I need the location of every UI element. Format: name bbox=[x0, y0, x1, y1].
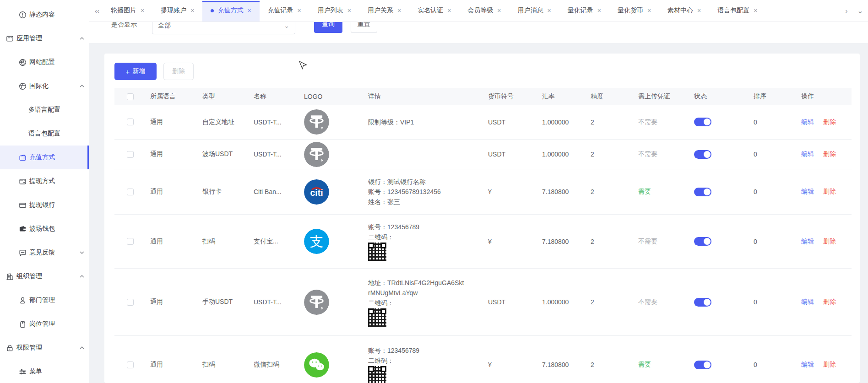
delete-link[interactable]: 删除 bbox=[823, 118, 836, 125]
edit-link[interactable]: 编辑 bbox=[801, 298, 814, 305]
table-row: 通用 扫码 微信扫码 账号：123456789 二维码： ¥ 7.180800 … bbox=[114, 336, 852, 383]
close-icon[interactable] bbox=[190, 7, 194, 14]
sidebar-item-perm-management[interactable]: 权限管理 bbox=[0, 336, 89, 360]
col-logo: LOGO bbox=[299, 93, 363, 100]
close-icon[interactable] bbox=[597, 7, 601, 14]
tab-user-list[interactable]: 用户列表 bbox=[309, 0, 359, 22]
status-toggle[interactable] bbox=[694, 237, 711, 246]
tab-member-level[interactable]: 会员等级 bbox=[459, 0, 509, 22]
comment-icon bbox=[18, 248, 27, 257]
edit-link[interactable]: 编辑 bbox=[801, 361, 814, 368]
close-icon[interactable] bbox=[447, 7, 451, 14]
bank-card-icon bbox=[18, 201, 27, 209]
status-toggle[interactable] bbox=[694, 118, 711, 126]
qr-code bbox=[368, 243, 386, 261]
active-tab-dot bbox=[211, 9, 214, 12]
chevron-down-icon bbox=[284, 22, 289, 29]
sidebar-item-i18n[interactable]: 国际化 bbox=[0, 74, 89, 98]
sidebar-item-recharge-method[interactable]: 充值方式 bbox=[0, 146, 89, 169]
tab-user-relation[interactable]: 用户关系 bbox=[359, 0, 409, 22]
visibility-select-value: 全部 bbox=[158, 22, 171, 30]
tab-recharge-method[interactable]: 充值方式 bbox=[202, 0, 259, 22]
filter-panel: 是否显示 全部 查询 重置 bbox=[89, 22, 868, 43]
tab-quant-record[interactable]: 量化记录 bbox=[559, 0, 609, 22]
sidebar-item-static-content[interactable]: 静态内容 bbox=[0, 3, 89, 27]
svg-text:支: 支 bbox=[310, 234, 324, 249]
row-checkbox[interactable] bbox=[127, 299, 134, 306]
row-checkbox[interactable] bbox=[127, 151, 134, 158]
close-icon[interactable] bbox=[647, 7, 651, 14]
edit-link[interactable]: 编辑 bbox=[801, 237, 814, 245]
sidebar-item-lang-pack-config[interactable]: 语言包配置 bbox=[0, 122, 89, 146]
status-toggle[interactable] bbox=[694, 188, 711, 196]
sidebar-item-withdraw-bank[interactable]: 提现银行 bbox=[0, 193, 89, 217]
close-icon[interactable] bbox=[298, 7, 301, 14]
close-icon[interactable] bbox=[754, 7, 757, 14]
close-icon[interactable] bbox=[397, 7, 401, 14]
delete-link[interactable]: 删除 bbox=[823, 188, 836, 195]
sidebar-item-label: 波场钱包 bbox=[29, 225, 55, 233]
recharge-method-card: 新增 删除 所属语言 类型 名称 LOGO 详情 货币符号 汇率 精度 需上传凭… bbox=[104, 54, 860, 383]
table-row: 通用 手动USDT USDT-T... 地址：TRdtLNisF4G2HguGA… bbox=[114, 269, 852, 336]
sidebar-item-withdraw-method[interactable]: 提现方式 bbox=[0, 169, 89, 193]
tab-quant-currency[interactable]: 量化货币 bbox=[609, 0, 659, 22]
edit-link[interactable]: 编辑 bbox=[801, 188, 814, 195]
wallet-withdraw-icon bbox=[18, 177, 27, 185]
sidebar-item-label: 语言包配置 bbox=[28, 129, 60, 138]
tab-user-message[interactable]: 用户消息 bbox=[510, 0, 559, 22]
row-checkbox[interactable] bbox=[127, 119, 134, 125]
close-icon[interactable] bbox=[347, 7, 351, 14]
sidebar-item-dept-management[interactable]: 部门管理 bbox=[0, 288, 89, 312]
sliders-icon bbox=[18, 367, 27, 376]
select-all-checkbox[interactable] bbox=[127, 93, 134, 100]
close-icon[interactable] bbox=[497, 7, 501, 14]
sidebar-item-label: 国际化 bbox=[29, 82, 49, 90]
tab-lang-pack-config[interactable]: 语言包配置 bbox=[709, 0, 765, 22]
sidebar-item-app-management[interactable]: 应用管理 bbox=[0, 27, 89, 50]
app-window-icon bbox=[5, 34, 14, 43]
sidebar-item-site-config[interactable]: 网站配置 bbox=[0, 50, 89, 74]
tab-material-center[interactable]: 素材中心 bbox=[659, 0, 709, 22]
close-icon[interactable] bbox=[247, 7, 251, 14]
sidebar-item-org-management[interactable]: 组织管理 bbox=[0, 264, 89, 288]
close-icon[interactable] bbox=[697, 7, 701, 14]
edit-link[interactable]: 编辑 bbox=[801, 150, 814, 157]
sidebar-item-label: 充值方式 bbox=[29, 153, 55, 162]
close-icon[interactable] bbox=[141, 7, 144, 14]
tabs-dropdown-icon[interactable] bbox=[852, 6, 868, 15]
delete-link[interactable]: 删除 bbox=[823, 361, 836, 368]
tab-carousel-images[interactable]: 轮播图片 bbox=[103, 0, 152, 22]
edit-link[interactable]: 编辑 bbox=[801, 118, 814, 125]
sidebar-item-feedback[interactable]: 意见反馈 bbox=[0, 241, 89, 264]
row-checkbox[interactable] bbox=[127, 189, 134, 195]
sidebar-item-post-management[interactable]: 岗位管理 bbox=[0, 312, 89, 336]
delete-link[interactable]: 删除 bbox=[823, 237, 836, 245]
status-toggle[interactable] bbox=[694, 361, 711, 369]
col-ops: 操作 bbox=[797, 92, 852, 101]
tab-real-name-auth[interactable]: 实名认证 bbox=[409, 0, 459, 22]
row-checkbox[interactable] bbox=[127, 361, 134, 368]
sidebar-item-multi-lang-config[interactable]: 多语言配置 bbox=[0, 98, 89, 122]
close-icon[interactable] bbox=[548, 7, 551, 14]
tab-recharge-record[interactable]: 充值记录 bbox=[260, 0, 309, 22]
tabs-scroll-left-icon[interactable] bbox=[91, 7, 103, 15]
sidebar-item-label: 岗位管理 bbox=[29, 320, 55, 328]
tab-bar: 轮播图片 提现账户 充值方式 充值记录 用户列表 用户关系 实名认证 会员等级 … bbox=[89, 0, 868, 22]
status-toggle[interactable] bbox=[694, 150, 711, 159]
delete-link[interactable]: 删除 bbox=[823, 298, 836, 305]
add-button[interactable]: 新增 bbox=[114, 63, 157, 80]
sidebar-item-menu[interactable]: 菜单 bbox=[0, 360, 89, 383]
sidebar-item-label: 提现银行 bbox=[29, 201, 55, 209]
col-name: 名称 bbox=[249, 92, 299, 101]
sidebar-item-tron-wallet[interactable]: 波场钱包 bbox=[0, 217, 89, 241]
row-checkbox[interactable] bbox=[127, 238, 134, 245]
status-toggle[interactable] bbox=[694, 298, 711, 307]
person-icon bbox=[18, 296, 27, 304]
delete-link[interactable]: 删除 bbox=[823, 150, 836, 157]
tabs-scroll-right-icon[interactable] bbox=[841, 7, 852, 15]
voucher-flag: 需要 bbox=[634, 188, 689, 196]
delete-button[interactable]: 删除 bbox=[163, 63, 194, 80]
chevron-up-icon bbox=[79, 83, 85, 89]
col-sort: 排序 bbox=[749, 92, 797, 101]
tab-withdraw-account[interactable]: 提现账户 bbox=[152, 0, 202, 22]
